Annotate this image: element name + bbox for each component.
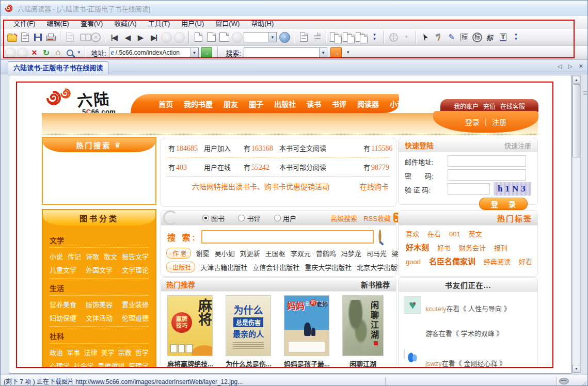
tag-link[interactable]: 喜欢 (406, 229, 419, 238)
search-options-icon[interactable]: ▼ (346, 51, 350, 55)
resize-grip[interactable] (581, 381, 586, 386)
author-link[interactable]: 冯梦龙 (341, 248, 361, 258)
address-value[interactable]: /.5c66.com/indexAction (116, 49, 180, 56)
publisher-link[interactable]: 重庆大学出版社 (305, 262, 352, 272)
page-search-icon[interactable] (64, 47, 76, 58)
category-link[interactable]: 报告文学 (122, 251, 149, 261)
tag-link[interactable]: 在看 (427, 229, 441, 238)
web-search-combo[interactable]: ▼ (244, 47, 327, 58)
nav-link[interactable]: 读书 (307, 99, 321, 109)
nav-link[interactable]: 阅读器 (357, 99, 379, 109)
category-link[interactable]: 散文 (104, 251, 117, 261)
publisher-link[interactable]: 立信会计出版社 (252, 262, 299, 272)
category-group-heading[interactable]: 生活 (50, 283, 149, 293)
rotate-page-icon[interactable] (329, 31, 342, 44)
quick-register-link[interactable]: 快速注册 (504, 140, 531, 150)
advanced-search-link[interactable]: 高级搜索 (330, 213, 357, 223)
nav-link[interactable]: 我的书屋 (184, 99, 213, 109)
tab-scroll-right-icon[interactable]: ▷ (568, 63, 572, 70)
radio-books[interactable] (202, 215, 209, 221)
book-title[interactable]: 妈妈是孩子最... (284, 359, 329, 368)
category-link[interactable]: 文学理论 (122, 265, 149, 275)
nav-link[interactable]: 首页 (158, 99, 173, 109)
open-file-icon[interactable]: ➘ (6, 31, 19, 44)
category-link[interactable]: 外国文学 (86, 265, 113, 275)
hammer-tool-icon[interactable] (432, 31, 445, 44)
author-tag-button[interactable]: 作 者 (166, 248, 191, 259)
radio-reviews-label[interactable]: 书评 (247, 215, 260, 222)
tag-link[interactable]: 好木刻 (406, 242, 429, 252)
reader-activity[interactable]: 游客在看《 学术的双峰 》 (425, 328, 503, 338)
nav-link[interactable]: 小说网 (390, 99, 411, 109)
search-go-button[interactable]: → (330, 47, 342, 58)
book-title[interactable]: 闲聊江湖 (342, 359, 384, 368)
tag-link[interactable]: 英文 (469, 229, 482, 238)
tag-link[interactable]: 好书 (437, 243, 451, 252)
password-field[interactable] (448, 169, 526, 181)
book-title[interactable]: 为什么总是伤... (226, 359, 271, 368)
account-link[interactable]: 充值 (483, 102, 496, 110)
category-link[interactable]: 小说 (50, 251, 63, 261)
right-splitter-strip[interactable] (582, 75, 588, 374)
category-link[interactable]: 传记 (68, 251, 81, 261)
replace-page-icon[interactable] (355, 31, 368, 44)
reader-activity[interactable]: jswzy在看《 金刚经心释 》 (425, 358, 506, 368)
reader-avatar-butterfly[interactable] (404, 349, 405, 359)
document-tab[interactable]: 六陆读书-正版电子书在线阅读 (8, 61, 108, 74)
publisher-link[interactable]: 天津古籍出版社 (200, 262, 247, 272)
stamp-circle-icon[interactable]: 标 (471, 31, 484, 44)
tag-link[interactable]: 名臣名儒家训 (429, 255, 475, 266)
page-width-icon[interactable] (218, 31, 231, 44)
category-link[interactable]: 政治 (50, 347, 63, 357)
menu-item[interactable]: 工具(T) (142, 17, 176, 29)
stop-icon[interactable]: × (28, 47, 40, 58)
category-link[interactable]: 宗教 (118, 347, 132, 357)
publisher-link[interactable]: 北京大学出版社 (357, 262, 404, 272)
buy-card-link[interactable]: 在线购卡 (360, 181, 389, 191)
new-books-link[interactable]: 新书推荐 (361, 279, 390, 290)
book-cover[interactable]: 妈妈 是孩子最好 的 老师 (284, 295, 329, 356)
vertical-scrollbar[interactable]: ▲ ▼ (572, 75, 581, 373)
category-group-heading[interactable]: 文学 (50, 235, 149, 245)
site-logo[interactable]: 六陆 5C66.com (45, 87, 116, 116)
toolbar2-overflow-icon[interactable]: ▼ (77, 51, 81, 55)
next-page-icon[interactable]: ▶ (134, 31, 147, 44)
scroll-up-icon[interactable]: ▲ (573, 76, 580, 84)
splitter-grip[interactable] (583, 91, 587, 95)
category-link[interactable]: 伦理道德 (122, 313, 149, 323)
menu-item[interactable]: 编辑(E) (41, 17, 75, 29)
stamp-box-icon[interactable]: 标 (458, 31, 471, 44)
tag-link[interactable]: 财务会计 (459, 243, 486, 252)
nav-link[interactable]: 书评 (332, 99, 346, 109)
print-icon[interactable] (44, 31, 57, 44)
category-link[interactable]: 军事 (67, 347, 80, 357)
book-title[interactable]: 麻将赢牌绝技... (167, 359, 213, 368)
search-dropdown-icon[interactable]: ▼ (319, 48, 327, 57)
author-link[interactable]: 李双元 (291, 248, 311, 258)
address-combo[interactable]: e /.5c66.com/indexAction ▼ (109, 47, 199, 58)
page-fit-icon[interactable] (205, 31, 218, 44)
category-link[interactable]: 美学 (101, 347, 115, 357)
menu-item[interactable]: 查看(V) (75, 17, 108, 29)
tab-close-icon[interactable]: ✕ (579, 63, 583, 70)
save-icon[interactable] (31, 31, 44, 44)
scrollbar-thumb[interactable] (573, 84, 580, 157)
author-link[interactable]: 司马光 (367, 248, 387, 258)
insert-page-icon[interactable] (342, 31, 355, 44)
tab-scroll-left-icon[interactable]: ◁ (558, 63, 562, 70)
zoom-dropdown-icon[interactable]: ▼ (268, 33, 276, 42)
author-link[interactable]: 刘更新 (240, 248, 260, 258)
menu-item[interactable]: 文件(F) (8, 17, 41, 29)
page-view-icon[interactable] (192, 31, 205, 44)
author-link[interactable]: 吴小如 (215, 248, 235, 258)
text-note-icon[interactable]: T (497, 31, 510, 44)
tag-link[interactable]: 001 (449, 230, 460, 238)
reader-avatar-heart[interactable]: ♥ (404, 296, 421, 314)
category-link[interactable]: 营养美食 (50, 299, 76, 309)
nav-link[interactable]: 朋友 (224, 99, 238, 109)
refresh-icon[interactable]: ↻ (40, 47, 52, 58)
menu-item[interactable]: 用户(U) (176, 17, 210, 29)
category-link[interactable]: 儿童文学 (50, 265, 76, 275)
tag-link[interactable]: 报刊 (494, 243, 507, 252)
category-link[interactable]: 思维逻辑 (98, 361, 124, 368)
